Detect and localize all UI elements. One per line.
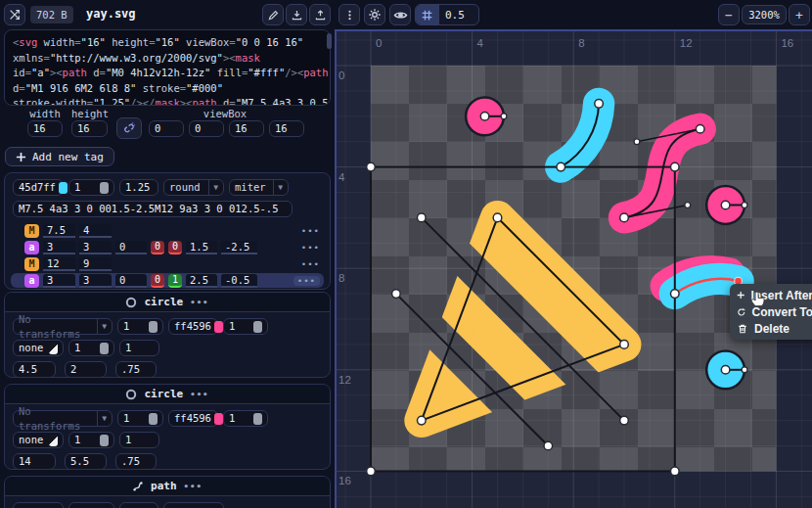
fill-color-swatch[interactable]	[214, 321, 223, 333]
viewbox-h-input[interactable]: 16	[269, 120, 304, 137]
command-badge[interactable]: a	[24, 241, 39, 254]
stroke-width-input[interactable]: 1.25	[119, 179, 158, 196]
element-menu-button[interactable]: •••	[184, 482, 203, 491]
r-input[interactable]: .75	[115, 361, 157, 378]
snap-grid-toggle[interactable]	[416, 4, 439, 25]
command-arg[interactable]: 3	[79, 274, 112, 288]
control-point[interactable]	[620, 341, 629, 349]
opacity-swatch[interactable]	[149, 321, 158, 333]
code-editor[interactable]: <svg width="16" height="16" viewBox="0 0…	[4, 29, 331, 106]
edit-filename-button[interactable]	[262, 4, 284, 25]
opacity-swatch[interactable]	[100, 435, 109, 446]
height-input[interactable]: 16	[71, 120, 108, 137]
control-point[interactable]	[367, 162, 376, 171]
stroke-opacity-input[interactable]: 1	[119, 432, 159, 448]
fill-opacity-input[interactable]: 1	[223, 318, 268, 335]
row-menu-button[interactable]: •••	[301, 259, 320, 269]
command-arg[interactable]: 0	[115, 241, 147, 254]
stroke-color-input[interactable]: 45d7ff	[13, 179, 64, 196]
handle-point[interactable]	[742, 203, 747, 208]
menu-item-delete[interactable]: Delete	[730, 320, 812, 337]
control-point[interactable]	[721, 366, 730, 375]
command-arg[interactable]: 3	[43, 241, 75, 254]
command-arg[interactable]: 1.5	[186, 241, 217, 254]
control-point[interactable]	[595, 100, 604, 109]
app-logo-icon[interactable]	[4, 4, 25, 25]
zoom-level[interactable]: 3200%	[742, 5, 787, 24]
command-arg[interactable]: 3	[43, 274, 75, 288]
fill-color-input[interactable]: ff4596	[168, 410, 218, 427]
row-menu-button[interactable]: •••	[301, 243, 320, 253]
control-point[interactable]	[671, 162, 680, 171]
none-swatch[interactable]	[49, 343, 58, 354]
command-arg[interactable]: 4	[79, 224, 112, 238]
control-point[interactable]	[620, 416, 629, 425]
path-panel-header[interactable]: path •••	[5, 477, 330, 496]
large-arc-flag[interactable]: 0	[151, 241, 164, 254]
control-point[interactable]	[696, 124, 704, 133]
stroke-width-input[interactable]: 1	[68, 340, 114, 356]
opacity-swatch[interactable]	[253, 413, 262, 425]
command-arg[interactable]: 2.5	[186, 274, 217, 288]
command-badge[interactable]: M	[24, 257, 39, 271]
handle-point[interactable]	[685, 203, 691, 208]
viewbox-x-input[interactable]: 0	[149, 120, 184, 137]
path-command-row[interactable]: a 3 3 0 0 0 1.5 -2.5 •••	[11, 240, 324, 254]
control-point[interactable]	[620, 213, 629, 222]
zoom-in-button[interactable]: +	[789, 4, 810, 25]
element-menu-button[interactable]: •••	[190, 298, 208, 307]
cy-input[interactable]: 2	[65, 361, 107, 378]
control-point[interactable]	[367, 467, 376, 476]
viewbox-w-input[interactable]: 16	[229, 120, 264, 137]
control-point[interactable]	[493, 213, 502, 222]
element-menu-button[interactable]: •••	[190, 390, 208, 399]
transforms-select[interactable]: No transforms▼	[13, 410, 113, 427]
download-button[interactable]	[286, 4, 307, 25]
row-menu-button[interactable]: •••	[301, 226, 320, 236]
path-command-row[interactable]: M 7.5 4 •••	[11, 223, 324, 238]
upload-button[interactable]	[309, 4, 331, 25]
path-data-input[interactable]: M7.5 4a3 3 0 001.5-2.5M12 9a3 3 0 012.5-…	[13, 201, 293, 217]
cy-input[interactable]: 5.5	[65, 453, 107, 470]
control-point[interactable]	[480, 113, 489, 121]
handle-point[interactable]	[742, 367, 747, 373]
canvas-viewport[interactable]: 00448812121616	[335, 29, 812, 508]
viewbox-y-input[interactable]: 0	[189, 120, 224, 137]
sweep-flag[interactable]: 0	[168, 241, 182, 254]
link-dimensions-button[interactable]	[116, 117, 142, 139]
control-point[interactable]	[392, 290, 401, 299]
circle-panel-header[interactable]: circle •••	[5, 385, 330, 404]
canvas-menu-button[interactable]	[338, 4, 360, 25]
fill-opacity-input[interactable]: 1	[223, 410, 268, 427]
stroke-input[interactable]: none	[13, 340, 64, 356]
r-input[interactable]: .75	[115, 453, 157, 470]
control-point[interactable]	[671, 467, 680, 476]
opacity-swatch[interactable]	[100, 343, 109, 354]
command-arg[interactable]: -2.5	[221, 241, 257, 254]
stroke-color-swatch[interactable]	[59, 182, 68, 194]
path-command-row[interactable]: M 12 9 •••	[11, 256, 324, 271]
opacity-input[interactable]: 1	[117, 318, 163, 335]
stroke-width-input[interactable]	[119, 502, 158, 508]
control-point[interactable]	[544, 441, 553, 450]
command-arg[interactable]: 3	[79, 241, 112, 254]
preview-button[interactable]	[389, 4, 411, 25]
handle-point[interactable]	[634, 139, 640, 145]
cx-input[interactable]: 14	[13, 453, 56, 470]
filename[interactable]: yay.svg	[86, 7, 136, 21]
menu-item-convert-to[interactable]: Convert To	[730, 303, 812, 320]
stroke-opacity-input[interactable]: 1	[68, 179, 114, 196]
control-point[interactable]	[721, 201, 730, 209]
command-arg[interactable]: 7.5	[43, 224, 75, 238]
circle-panel-header[interactable]: circle •••	[5, 293, 330, 312]
menu-item-insert-after[interactable]: Insert After	[730, 287, 812, 303]
opacity-swatch[interactable]	[100, 182, 109, 194]
control-point[interactable]	[671, 290, 680, 299]
width-input[interactable]: 16	[27, 120, 63, 137]
sweep-flag[interactable]: 1	[168, 274, 182, 288]
add-new-tag-button[interactable]: Add new tag	[5, 147, 114, 166]
stroke-color-input[interactable]	[13, 502, 64, 508]
large-arc-flag[interactable]: 0	[151, 274, 164, 288]
opacity-swatch[interactable]	[149, 413, 158, 425]
path-command-row-selected[interactable]: a 3 3 0 0 1 2.5 -0.5 •••	[11, 273, 324, 288]
